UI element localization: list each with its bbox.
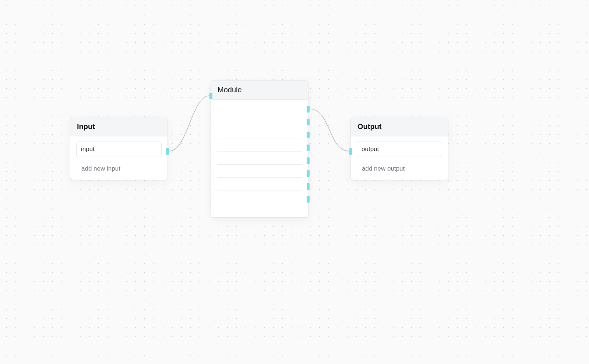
input-field[interactable] xyxy=(76,142,162,157)
module-placeholder-line xyxy=(217,190,302,190)
module-placeholder-line xyxy=(217,177,302,178)
edge-input-to-module xyxy=(169,96,210,151)
module-placeholder-line xyxy=(217,139,302,139)
module-node-output-port[interactable] xyxy=(307,157,310,164)
module-placeholder-line xyxy=(217,164,302,165)
edge-module-to-output xyxy=(309,109,350,151)
output-node[interactable]: Output add new output xyxy=(350,117,448,180)
output-node-title: Output xyxy=(351,117,448,136)
module-placeholder-line xyxy=(217,113,302,113)
output-node-body: add new output xyxy=(351,136,448,180)
input-node[interactable]: Input add new input xyxy=(70,117,168,180)
module-node-output-port[interactable] xyxy=(307,144,310,151)
module-node[interactable]: Module xyxy=(211,80,308,218)
node-editor-canvas[interactable]: Input add new input Module Output add ne… xyxy=(0,0,589,364)
module-node-output-port[interactable] xyxy=(307,170,310,177)
module-node-input-port[interactable] xyxy=(209,93,212,99)
module-node-body xyxy=(211,100,308,217)
output-node-input-port[interactable] xyxy=(349,148,352,155)
add-new-output-button[interactable]: add new output xyxy=(362,165,405,172)
module-node-output-port[interactable] xyxy=(307,183,310,190)
module-node-title: Module xyxy=(211,81,308,100)
module-node-output-port[interactable] xyxy=(307,132,310,138)
module-placeholder-line xyxy=(217,203,302,203)
output-field[interactable] xyxy=(357,142,442,157)
module-node-output-port[interactable] xyxy=(307,106,310,113)
input-node-title: Input xyxy=(70,117,167,136)
module-node-output-port[interactable] xyxy=(307,196,310,203)
module-placeholder-line xyxy=(217,151,302,152)
input-node-output-port[interactable] xyxy=(166,148,169,155)
input-node-body: add new input xyxy=(70,136,167,180)
module-node-output-port[interactable] xyxy=(307,119,310,125)
add-new-input-button[interactable]: add new input xyxy=(81,165,120,172)
module-placeholder-line xyxy=(217,126,302,126)
